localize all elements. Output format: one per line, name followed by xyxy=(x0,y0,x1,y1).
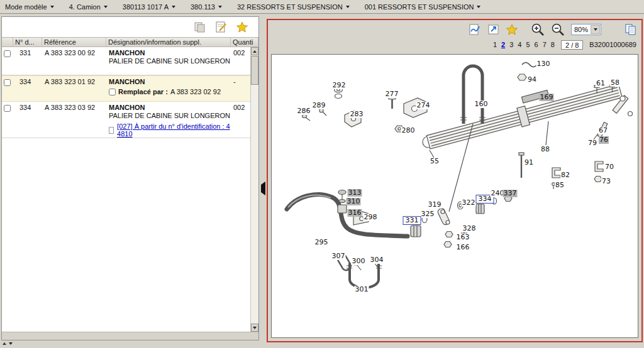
callout-301[interactable]: 301 xyxy=(355,286,369,293)
callout-331[interactable]: 331 xyxy=(403,216,421,225)
zoom-dropdown-button[interactable] xyxy=(591,25,600,34)
part-name: MANCHON xyxy=(109,49,231,57)
nav-dropdown-mode-modele[interactable]: Mode modèle xyxy=(5,3,54,11)
page-number-4[interactable]: 4 xyxy=(518,41,521,48)
arrow-down-icon[interactable] xyxy=(9,342,13,345)
callout-283[interactable]: 283 xyxy=(350,111,364,118)
fit-to-window-icon[interactable] xyxy=(487,23,501,36)
nav-label: Mode modèle xyxy=(5,3,47,11)
callout-61[interactable]: 61 xyxy=(596,80,606,87)
favorites-star-icon[interactable] xyxy=(506,23,518,36)
callout-55[interactable]: 55 xyxy=(430,158,440,165)
designation-cell: MANCHON PALIER DE CABINE SUR LONGERON xyxy=(106,47,231,75)
callout-85[interactable]: 85 xyxy=(555,182,565,189)
chevron-down-icon xyxy=(594,28,597,31)
callout-337[interactable]: 337 xyxy=(503,190,518,197)
replaced-by-line: Remplacé par : A 383 323 02 92 xyxy=(109,88,231,95)
callout-88[interactable]: 88 xyxy=(540,146,550,153)
callout-310[interactable]: 310 xyxy=(347,198,361,205)
nav-dropdown-subgroup[interactable]: 001 RESSORTS ET SUSPENSION xyxy=(365,3,481,11)
callout-295[interactable]: 295 xyxy=(314,239,329,246)
page-number-3[interactable]: 3 xyxy=(509,41,513,48)
callout-130[interactable]: 130 xyxy=(536,60,551,68)
designation-cell: MANCHON Remplacé par : A 383 323 02 92 xyxy=(106,76,231,101)
callout-280[interactable]: 280 xyxy=(401,127,416,134)
checkbox-cell xyxy=(2,76,13,101)
header-reference: Référence xyxy=(42,38,106,46)
panel-splitter[interactable] xyxy=(261,185,265,192)
zoom-in-icon[interactable] xyxy=(531,23,546,36)
page-number-6[interactable]: 6 xyxy=(535,41,538,48)
callout-94[interactable]: 94 xyxy=(527,76,537,84)
page-number-2[interactable]: 2 xyxy=(501,41,505,48)
callout-67[interactable]: 67 xyxy=(598,127,608,134)
callout-307[interactable]: 307 xyxy=(331,253,346,260)
page-number-8[interactable]: 8 xyxy=(551,41,555,48)
row-select-checkbox[interactable] xyxy=(4,105,11,112)
row-select-checkbox[interactable] xyxy=(4,50,11,57)
callout-58[interactable]: 58 xyxy=(610,79,620,87)
nav-dropdown-model-code[interactable]: 380113 1017 A xyxy=(123,3,175,11)
callout-70[interactable]: 70 xyxy=(604,163,614,171)
table-row-334[interactable]: 334 A 383 323 03 92 MANCHON PALIER DE CA… xyxy=(2,102,258,138)
callout-304[interactable]: 304 xyxy=(370,256,384,264)
page-list-icon[interactable] xyxy=(624,23,638,36)
collapse-left-icon xyxy=(261,182,265,195)
arrow-up-icon[interactable] xyxy=(3,342,6,345)
nav-dropdown-group[interactable]: 32 RESSORTS ET SUSPENSION xyxy=(237,3,350,11)
callout-319[interactable]: 319 xyxy=(428,201,442,209)
page-number-5[interactable]: 5 xyxy=(526,41,530,48)
callout-73[interactable]: 73 xyxy=(601,178,611,185)
callout-300[interactable]: 300 xyxy=(352,258,366,265)
page-indicator: 2 / 8 xyxy=(561,40,583,50)
callout-316[interactable]: 316 xyxy=(348,209,362,217)
checkbox-cell xyxy=(2,102,13,138)
table-row-331[interactable]: 331 A 383 323 00 92 MANCHON PALIER DE CA… xyxy=(2,47,258,75)
zoom-out-icon[interactable] xyxy=(551,23,566,36)
table-row-334-replaced[interactable]: 334 A 383 323 01 92 MANCHON Remplacé par… xyxy=(2,75,258,102)
parts-list-panel: N° d... Référence Désignation/informatio… xyxy=(1,16,259,340)
callout-274[interactable]: 274 xyxy=(416,102,431,109)
callout-79[interactable]: 79 xyxy=(587,139,597,147)
diagram-panel: 80% 12345678 2 / 8 B32001000689 xyxy=(267,19,643,342)
callout-160[interactable]: 160 xyxy=(474,101,489,108)
scrollbar-thumb[interactable] xyxy=(251,56,258,85)
vertical-scrollbar[interactable] xyxy=(250,47,258,332)
callout-layer: 2922772892862832742801309416961581605588… xyxy=(272,55,638,337)
callout-292[interactable]: 292 xyxy=(332,82,347,89)
nav-label: 32 RESSORTS ET SUSPENSION xyxy=(237,3,343,11)
edit-note-icon[interactable] xyxy=(214,21,228,33)
zoom-select[interactable]: 80% xyxy=(571,24,601,35)
callout-298[interactable]: 298 xyxy=(364,214,378,221)
scroll-down-button[interactable] xyxy=(251,324,258,332)
callout-322[interactable]: 322 xyxy=(462,199,476,207)
chevron-down-icon xyxy=(477,6,480,8)
scroll-up-button[interactable] xyxy=(251,47,258,55)
favorites-star-icon[interactable] xyxy=(236,21,248,33)
nav-dropdown-camion[interactable]: 4. Camion xyxy=(69,3,108,11)
replaced-checkbox[interactable] xyxy=(109,89,116,95)
nav-dropdown-series[interactable]: 380.113 xyxy=(191,3,222,11)
callout-163[interactable]: 163 xyxy=(456,234,470,241)
page-number-1[interactable]: 1 xyxy=(493,41,497,48)
copy-parts-icon[interactable] xyxy=(193,21,207,33)
row-select-checkbox[interactable] xyxy=(4,79,11,86)
footnote-link[interactable]: [027] À partir du n° d'identification : … xyxy=(117,122,231,138)
annotate-icon[interactable] xyxy=(468,23,482,36)
callout-76[interactable]: 76 xyxy=(599,136,609,144)
callout-286[interactable]: 286 xyxy=(297,107,311,115)
callout-328[interactable]: 328 xyxy=(462,225,477,232)
callout-313[interactable]: 313 xyxy=(348,189,362,197)
callout-289[interactable]: 289 xyxy=(312,102,326,109)
callout-325[interactable]: 325 xyxy=(421,210,435,218)
callout-169[interactable]: 169 xyxy=(540,94,554,101)
part-name: MANCHON xyxy=(109,104,231,111)
callout-91[interactable]: 91 xyxy=(524,159,534,166)
bottom-scroll-strip xyxy=(2,332,258,340)
callout-277[interactable]: 277 xyxy=(385,90,399,98)
callout-166[interactable]: 166 xyxy=(456,244,470,251)
part-reference: A 383 323 03 92 xyxy=(42,102,106,138)
zoom-value: 80% xyxy=(574,26,588,33)
callout-82[interactable]: 82 xyxy=(560,171,570,179)
page-number-7[interactable]: 7 xyxy=(543,41,547,48)
